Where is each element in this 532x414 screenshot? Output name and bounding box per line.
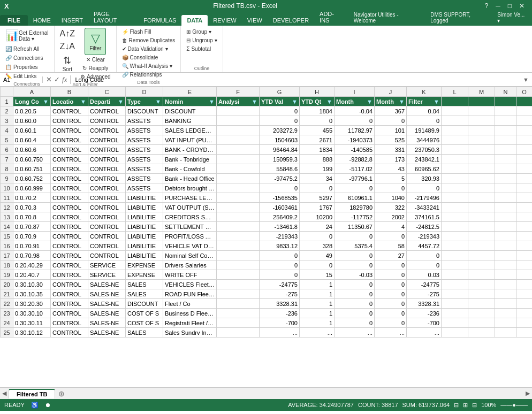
cell-19-C[interactable]: SERVICE <box>88 270 126 280</box>
cell-8-B[interactable]: CONTROL <box>51 164 88 174</box>
filter-dropdown-G[interactable]: ▼ <box>292 98 298 105</box>
cell-4-A[interactable]: 0.0.60.1 <box>13 126 51 135</box>
tab-insert[interactable]: INSERT <box>56 15 88 26</box>
cell-6-K[interactable]: 237050.3 <box>407 145 442 155</box>
col-header-A[interactable]: A <box>13 87 51 97</box>
cell-5-E[interactable]: VAT INPUT (PURCHA <box>163 135 217 145</box>
cell-13-I[interactable]: -117752 <box>335 212 375 222</box>
cell-3-I[interactable]: 0 <box>335 116 375 126</box>
cell-2-B[interactable]: CONTROL <box>51 106 88 116</box>
cell-18-C[interactable]: SERVICE <box>88 260 126 270</box>
formula-content[interactable]: Long Code <box>71 76 520 83</box>
cell-18-J[interactable]: 0 <box>375 260 407 270</box>
cell-3-C[interactable]: CONTROL <box>88 116 126 126</box>
cell-7-A[interactable]: 0.0.60.750 <box>13 155 51 164</box>
cell-8-E[interactable]: Bank - Cowfold <box>163 164 217 174</box>
cell-16-D[interactable]: LIABILITIE <box>126 241 163 251</box>
cell-7-E[interactable]: Bank - Tonbridge <box>163 155 217 164</box>
filter-dropdown-A[interactable]: ▼ <box>43 98 49 105</box>
col-header-K[interactable]: K <box>407 87 442 97</box>
filter-dropdown-J[interactable]: ▼ <box>399 98 405 105</box>
cell-15-C[interactable]: CONTROL <box>88 232 126 241</box>
cell-6-C[interactable]: CONTROL <box>88 145 126 155</box>
what-if-btn[interactable]: 🔍 What-If Analysis ▾ <box>120 62 175 70</box>
cell-10-D[interactable]: ASSETS <box>126 183 163 193</box>
cell-19-E[interactable]: WRITE OFF <box>163 270 217 280</box>
filter-dropdown-H[interactable]: ▼ <box>326 98 332 105</box>
cell-3-J[interactable]: 0 <box>375 116 407 126</box>
header-cell-E[interactable]: Nomin▼ <box>163 97 217 106</box>
view-layout-btn[interactable]: ⊞ <box>463 402 468 409</box>
col-header-C[interactable]: C <box>88 87 126 97</box>
cell-11-H[interactable]: 5297 <box>300 193 335 203</box>
cell-22-D[interactable]: DISCOUNT <box>126 299 163 309</box>
cell-14-C[interactable]: CONTROL <box>88 222 126 232</box>
cell-18-E[interactable]: Drivers Salaries <box>163 260 217 270</box>
cell-8-D[interactable]: ASSETS <box>126 164 163 174</box>
cell-4-C[interactable]: CONTROL <box>88 126 126 135</box>
cell-25-J[interactable]: ... <box>375 328 407 338</box>
cell-22-K[interactable]: 3328.31 <box>407 299 442 309</box>
cell-21-E[interactable]: ROAD FUN Fleet / Co <box>163 289 217 299</box>
cell-12-F[interactable] <box>217 203 260 212</box>
cell-7-B[interactable]: CONTROL <box>51 155 88 164</box>
cell-10-B[interactable]: CONTROL <box>51 183 88 193</box>
tab-view[interactable]: VIEW <box>242 15 268 26</box>
cell-5-H[interactable]: 2671 <box>300 135 335 145</box>
cell-10-C[interactable]: CONTROL <box>88 183 126 193</box>
cell-22-G[interactable]: 3328.31 <box>260 299 300 309</box>
cell-9-E[interactable]: Bank - Head Office <box>163 174 217 183</box>
cell-18-B[interactable]: CONTROL <box>51 260 88 270</box>
cell-21-K[interactable]: -275 <box>407 289 442 299</box>
cell-16-E[interactable]: VEHICLE VAT DEPOSI <box>163 241 217 251</box>
cell-9-B[interactable]: CONTROL <box>51 174 88 183</box>
col-header-L[interactable]: L <box>442 87 468 97</box>
cell-4-B[interactable]: CONTROL <box>51 126 88 135</box>
cell-22-I[interactable]: 0 <box>335 299 375 309</box>
header-cell-H[interactable]: YTD Qt▼ <box>300 97 335 106</box>
cell-23-F[interactable] <box>217 309 260 318</box>
cell-25-I[interactable]: ... <box>335 328 375 338</box>
cell-13-G[interactable]: 256409.2 <box>260 212 300 222</box>
cell-25-E[interactable]: Sales Sundrv Income <box>163 328 217 338</box>
data-validation-btn[interactable]: ✔ Data Validation ▾ <box>120 45 170 53</box>
cell-3-A[interactable]: 0.0.60.0 <box>13 116 51 126</box>
cell-17-F[interactable] <box>217 251 260 260</box>
cell-23-C[interactable]: SALES-NE <box>88 309 126 318</box>
cell-10-H[interactable]: 0 <box>300 183 335 193</box>
cell-11-D[interactable]: LIABILITIE <box>126 193 163 203</box>
cell-24-C[interactable]: SALES-NE <box>88 318 126 328</box>
cell-2-D[interactable]: DISCOUNT <box>126 106 163 116</box>
cell-18-H[interactable]: 0 <box>300 260 335 270</box>
tab-file[interactable]: FILE <box>0 15 28 26</box>
cell-6-G[interactable]: 96464.84 <box>260 145 300 155</box>
tab-developer[interactable]: DEVELOPER <box>268 15 314 26</box>
cell-10-K[interactable]: 0 <box>407 183 442 193</box>
cell-25-K[interactable]: ... <box>407 328 442 338</box>
cell-20-B[interactable]: CONTROL <box>51 280 88 289</box>
cell-25-F[interactable] <box>217 328 260 338</box>
cell-16-I[interactable]: 5375.4 <box>335 241 375 251</box>
header-cell-B[interactable]: Locatio▼ <box>51 97 88 106</box>
consolidate-btn[interactable]: 📦 Consolidate <box>120 53 161 62</box>
cell-17-B[interactable]: CONTROL <box>51 251 88 260</box>
cell-15-G[interactable]: -219343 <box>260 232 300 241</box>
header-cell-I[interactable]: Month▼ <box>335 97 375 106</box>
cell-15-H[interactable]: 0 <box>300 232 335 241</box>
cell-20-C[interactable]: SALES-NE <box>88 280 126 289</box>
cell-3-F[interactable] <box>217 116 260 126</box>
cell-20-A[interactable]: 0.30.10.30 <box>13 280 51 289</box>
maximize-btn[interactable]: □ <box>505 2 515 10</box>
cell-12-A[interactable]: 0.0.70.3 <box>13 203 51 212</box>
cell-24-I[interactable]: 0 <box>335 318 375 328</box>
cell-11-A[interactable]: 0.0.70.2 <box>13 193 51 203</box>
cell-13-B[interactable]: CONTROL <box>51 212 88 222</box>
cell-6-I[interactable]: -140585 <box>335 145 375 155</box>
cell-4-K[interactable]: 191489.9 <box>407 126 442 135</box>
refresh-all-btn[interactable]: 🔄 Refresh All <box>3 45 41 53</box>
cell-17-G[interactable]: 0 <box>260 251 300 260</box>
cell-13-A[interactable]: 0.0.70.8 <box>13 212 51 222</box>
cell-6-E[interactable]: BANK - CROYDON <box>163 145 217 155</box>
col-header-O[interactable]: O <box>516 87 533 97</box>
cell-5-B[interactable]: CONTROL <box>51 135 88 145</box>
